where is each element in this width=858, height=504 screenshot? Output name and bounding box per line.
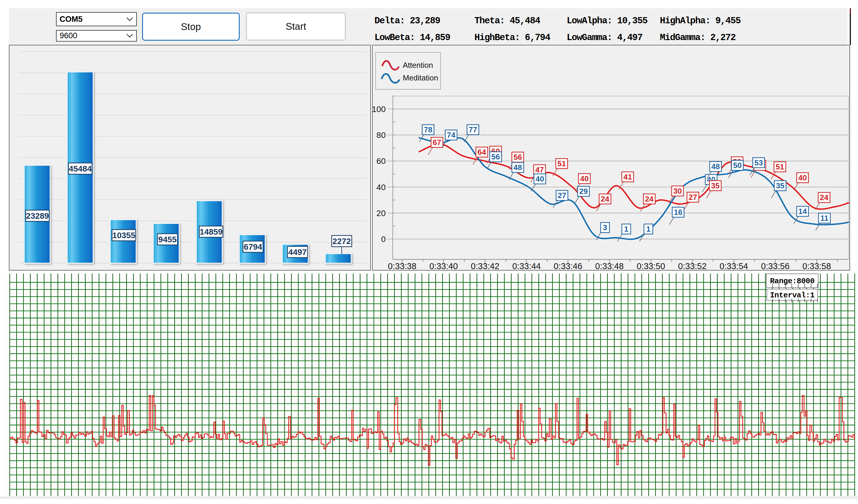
svg-text:Meditation: Meditation xyxy=(403,74,438,82)
svg-text:41: 41 xyxy=(624,173,632,181)
svg-text:11: 11 xyxy=(820,214,828,223)
svg-text:0:33:48: 0:33:48 xyxy=(595,261,624,271)
svg-text:23289: 23289 xyxy=(26,211,49,221)
svg-text:48: 48 xyxy=(514,163,522,172)
svg-text:0: 0 xyxy=(381,234,386,244)
svg-text:53: 53 xyxy=(754,158,763,167)
svg-text:6794: 6794 xyxy=(244,242,263,251)
svg-text:9455: 9455 xyxy=(158,235,177,244)
svg-text:0:33:54: 0:33:54 xyxy=(719,261,748,271)
svg-text:24: 24 xyxy=(645,195,654,204)
svg-text:40: 40 xyxy=(580,174,589,183)
svg-text:0:33:58: 0:33:58 xyxy=(803,261,831,271)
svg-text:0:33:56: 0:33:56 xyxy=(761,261,790,271)
svg-text:0:33:38: 0:33:38 xyxy=(388,261,417,271)
svg-text:40: 40 xyxy=(798,173,807,182)
svg-text:1: 1 xyxy=(646,225,650,233)
svg-text:40: 40 xyxy=(377,183,386,192)
svg-text:74: 74 xyxy=(447,131,456,140)
svg-text:4497: 4497 xyxy=(288,248,307,257)
svg-text:40: 40 xyxy=(536,175,544,183)
svg-text:0:33:40: 0:33:40 xyxy=(429,261,458,271)
svg-text:77: 77 xyxy=(469,125,477,134)
svg-text:60: 60 xyxy=(377,157,386,166)
svg-text:0:33:50: 0:33:50 xyxy=(637,261,665,271)
svg-text:Attention: Attention xyxy=(403,61,433,69)
svg-text:35: 35 xyxy=(711,181,720,190)
svg-text:16: 16 xyxy=(674,208,683,217)
svg-text:67: 67 xyxy=(433,138,441,147)
svg-text:3: 3 xyxy=(603,223,607,232)
svg-text:14859: 14859 xyxy=(200,227,223,237)
svg-text:48: 48 xyxy=(712,162,720,171)
svg-text:78: 78 xyxy=(424,125,432,134)
svg-text:29: 29 xyxy=(579,187,588,196)
svg-text:35: 35 xyxy=(776,181,784,190)
svg-text:24: 24 xyxy=(601,195,609,204)
svg-text:20: 20 xyxy=(377,209,386,218)
svg-text:50: 50 xyxy=(733,161,742,170)
svg-text:27: 27 xyxy=(689,193,697,201)
svg-text:30: 30 xyxy=(673,186,682,195)
svg-text:14: 14 xyxy=(798,207,807,216)
svg-text:56: 56 xyxy=(492,152,500,161)
svg-text:51: 51 xyxy=(558,159,566,168)
svg-text:80: 80 xyxy=(377,131,386,140)
svg-text:47: 47 xyxy=(536,165,544,174)
svg-text:Range:8000: Range:8000 xyxy=(770,277,814,286)
svg-text:24: 24 xyxy=(820,193,828,202)
svg-text:45484: 45484 xyxy=(69,164,92,173)
svg-text:Interval:1: Interval:1 xyxy=(770,291,814,300)
svg-text:0:33:46: 0:33:46 xyxy=(554,261,582,271)
svg-text:56: 56 xyxy=(514,153,522,162)
svg-text:100: 100 xyxy=(372,104,386,114)
svg-text:1: 1 xyxy=(624,225,628,233)
svg-text:2272: 2272 xyxy=(333,237,351,246)
svg-text:0:33:42: 0:33:42 xyxy=(471,261,499,271)
svg-text:27: 27 xyxy=(558,191,567,200)
svg-text:10355: 10355 xyxy=(112,231,135,240)
svg-text:64: 64 xyxy=(478,148,486,157)
svg-text:0:33:44: 0:33:44 xyxy=(512,261,541,271)
svg-text:51: 51 xyxy=(776,162,784,171)
svg-text:0:33:52: 0:33:52 xyxy=(678,261,707,271)
